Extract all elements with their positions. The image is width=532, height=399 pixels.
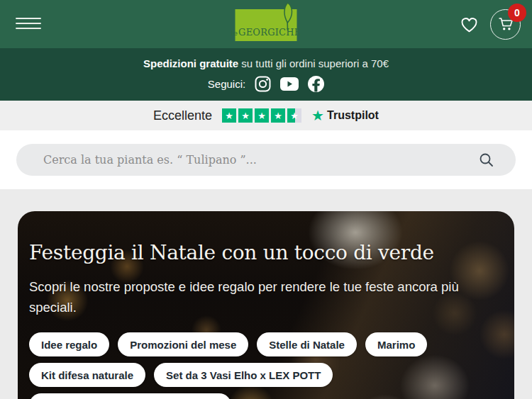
trustpilot-rating-label: Eccellente <box>153 108 212 123</box>
search-section <box>0 130 532 189</box>
cart-button[interactable]: 0 <box>490 9 521 40</box>
search-bar <box>16 144 516 176</box>
trustpilot-logo: ★ Trustpilot <box>311 108 379 123</box>
site-logo[interactable]: leGEORGICHE <box>235 9 297 41</box>
trustpilot-stars: ★★★★★ <box>222 108 301 123</box>
trustpilot-star: ★ <box>222 108 236 123</box>
hero-tags: Idee regaloPromozioni del meseStelle di … <box>29 332 497 399</box>
leaf-icon <box>280 1 296 32</box>
page: leGEORGICHE 0 S <box>0 0 532 399</box>
hero-tag-7[interactable]: Ardisia crenata "Bospremium Red" <box>29 393 231 399</box>
wishlist-heart-icon[interactable] <box>460 16 479 33</box>
cart-count-badge: 0 <box>508 4 526 22</box>
youtube-icon[interactable] <box>280 77 299 91</box>
hamburger-menu-icon[interactable] <box>16 18 41 29</box>
hero-tag-1[interactable]: Idee regalo <box>29 332 109 356</box>
follow-label: Seguici: <box>208 78 245 90</box>
hero-banner: Festeggia il Natale con un tocco di verd… <box>18 211 514 399</box>
hero-title: Festeggia il Natale con un tocco di verd… <box>29 241 503 264</box>
trustpilot-star: ★ <box>287 108 301 123</box>
hero-tag-2[interactable]: Promozioni del mese <box>118 332 248 356</box>
free-shipping-text: Spedizioni gratuite su tutti gli ordini … <box>143 57 389 69</box>
trustpilot-star: ★ <box>238 108 253 123</box>
trustpilot-star: ★ <box>255 108 269 123</box>
search-input[interactable] <box>16 144 516 176</box>
hero-subtitle: Scopri le nostre proposte e idee regalo … <box>29 276 494 317</box>
hero-tag-5[interactable]: Kit difesa naturale <box>29 363 145 387</box>
trustpilot-star-icon: ★ <box>311 108 324 123</box>
hero-tag-6[interactable]: Set da 3 Vasi Elho x LEX POTT <box>154 363 333 387</box>
hero-tag-4[interactable]: Marimo <box>365 332 427 356</box>
header-icons: 0 <box>460 0 521 48</box>
announcement-band: Spedizioni gratuite su tutti gli ordini … <box>0 48 532 101</box>
instagram-icon[interactable] <box>255 76 271 92</box>
trustpilot-brand-name: Trustpilot <box>327 109 379 122</box>
main-content: Festeggia il Natale con un tocco di verd… <box>0 189 532 399</box>
trustpilot-star: ★ <box>271 108 285 123</box>
top-header: leGEORGICHE 0 <box>0 0 532 48</box>
follow-row: Seguici: <box>208 76 324 92</box>
trustpilot-bar[interactable]: Eccellente ★★★★★ ★ Trustpilot <box>0 101 532 130</box>
hero-tag-3[interactable]: Stelle di Natale <box>257 332 357 356</box>
facebook-icon[interactable] <box>308 76 324 92</box>
search-icon[interactable] <box>478 152 494 171</box>
